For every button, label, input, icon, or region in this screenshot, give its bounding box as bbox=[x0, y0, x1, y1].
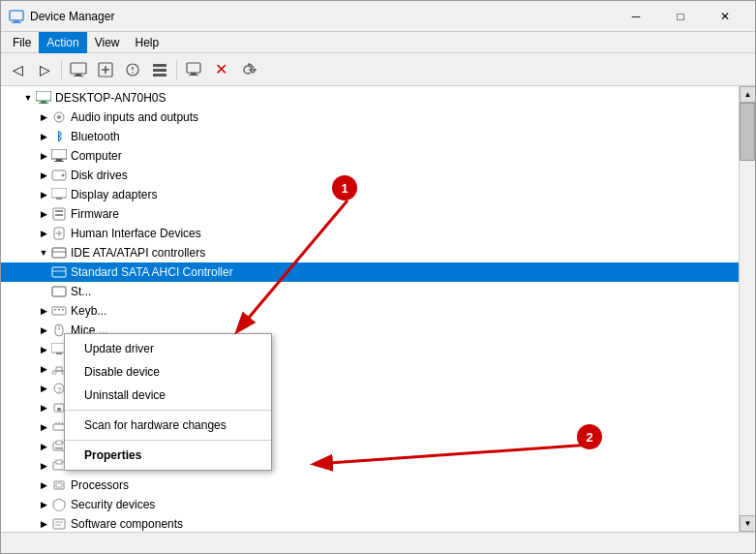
scroll-thumb[interactable] bbox=[740, 103, 755, 161]
tree-root[interactable]: ▼ DESKTOP-AN70H0S bbox=[1, 88, 739, 108]
svg-rect-25 bbox=[54, 161, 64, 162]
tree-item-st[interactable]: St... bbox=[1, 282, 739, 301]
scroll-down-button[interactable]: ▼ bbox=[740, 515, 755, 532]
svg-rect-0 bbox=[10, 11, 23, 20]
tree-swcomp-label: Software components bbox=[71, 517, 183, 531]
svg-rect-44 bbox=[62, 309, 64, 311]
expand-bluetooth[interactable]: ▶ bbox=[36, 129, 51, 144]
toolbar-back[interactable]: ◁ bbox=[5, 57, 30, 82]
tree-item-display[interactable]: ▶ Display adapters bbox=[1, 185, 739, 204]
tree-item-swcomp[interactable]: ▶ Software components bbox=[1, 514, 739, 532]
expand-computer[interactable]: ▶ bbox=[36, 148, 51, 164]
expand-audio[interactable]: ▶ bbox=[36, 109, 51, 125]
window-title: Device Manager bbox=[30, 10, 114, 23]
scrollbar-vertical[interactable]: ▲ ▼ bbox=[739, 86, 755, 532]
context-menu-sep-1 bbox=[65, 410, 271, 411]
tree-ide-label: IDE ATA/ATAPI controllers bbox=[71, 246, 205, 260]
svg-rect-28 bbox=[51, 188, 67, 198]
svg-rect-2 bbox=[12, 22, 21, 23]
svg-rect-18 bbox=[36, 91, 51, 101]
expand-keyboard[interactable]: ▶ bbox=[36, 303, 51, 319]
svg-rect-20 bbox=[39, 103, 48, 104]
expand-monitors[interactable]: ▶ bbox=[36, 342, 51, 357]
context-menu-disable-device[interactable]: Disable device bbox=[65, 360, 271, 384]
computer-icon2 bbox=[51, 148, 67, 164]
svg-rect-29 bbox=[56, 198, 62, 200]
svg-rect-24 bbox=[56, 159, 62, 161]
context-menu-uninstall-device[interactable]: Uninstall device bbox=[65, 384, 271, 407]
expand-processors[interactable]: ▶ bbox=[36, 477, 51, 493]
disk-icon bbox=[51, 168, 67, 183]
tree-item-ide[interactable]: ▼ IDE ATA/ATAPI controllers bbox=[1, 243, 739, 262]
tree-audio-label: Audio inputs and outputs bbox=[71, 110, 198, 124]
scroll-up-button[interactable]: ▲ bbox=[740, 86, 755, 103]
toolbar-forward[interactable]: ▷ bbox=[32, 57, 57, 82]
expand-network[interactable]: ▶ bbox=[36, 361, 51, 377]
expand-printq[interactable]: ▶ bbox=[36, 439, 51, 454]
hid-icon bbox=[51, 226, 67, 241]
svg-rect-4 bbox=[76, 74, 81, 76]
expand-security[interactable]: ▶ bbox=[36, 497, 51, 512]
tree-item-bluetooth[interactable]: ▶ ᛒ Bluetooth bbox=[1, 127, 739, 146]
tree-item-audio[interactable]: ▶ Audio inputs and outputs bbox=[1, 108, 739, 127]
expand-root[interactable]: ▼ bbox=[20, 90, 36, 106]
expand-ports[interactable]: ▶ bbox=[36, 419, 51, 435]
toolbar-monitor-btn[interactable] bbox=[181, 57, 206, 82]
toolbar-refresh-btn[interactable] bbox=[235, 57, 260, 82]
expand-disk[interactable]: ▶ bbox=[36, 168, 51, 183]
tree-item-keyboard[interactable]: ▶ Keyb... bbox=[1, 301, 739, 321]
svg-rect-41 bbox=[52, 307, 66, 315]
toolbar: ◁ ▷ ✕ bbox=[1, 53, 755, 86]
context-menu-properties[interactable]: Properties bbox=[65, 444, 271, 467]
menu-action[interactable]: Action bbox=[39, 32, 86, 53]
keyboard-icon bbox=[51, 303, 67, 319]
expand-hid[interactable]: ▶ bbox=[36, 226, 51, 241]
tree-item-disk[interactable]: ▶ Disk drives bbox=[1, 166, 739, 185]
st-icon bbox=[51, 284, 67, 299]
tree-item-firmware[interactable]: ▶ Firmware bbox=[1, 204, 739, 224]
toolbar-btn-1[interactable] bbox=[66, 57, 91, 82]
tree-item-processors[interactable]: ▶ Processors bbox=[1, 476, 739, 495]
svg-rect-12 bbox=[153, 64, 166, 67]
tree-item-sata[interactable]: Standard SATA AHCI Controller bbox=[1, 262, 739, 282]
toolbar-btn-3[interactable] bbox=[120, 57, 145, 82]
expand-ide[interactable]: ▼ bbox=[36, 245, 51, 261]
expand-firmware[interactable]: ▶ bbox=[36, 206, 51, 222]
toolbar-btn-2[interactable] bbox=[93, 57, 118, 82]
tree-sata-label: Standard SATA AHCI Controller bbox=[71, 265, 233, 279]
tree-disk-label: Disk drives bbox=[71, 169, 128, 182]
context-menu-scan-hardware[interactable]: Scan for hardware changes bbox=[65, 414, 271, 437]
expand-display[interactable]: ▶ bbox=[36, 187, 51, 202]
tree-keyboard-label: Keyb... bbox=[71, 304, 106, 318]
expand-mice[interactable]: ▶ bbox=[36, 323, 51, 338]
tree-item-hid[interactable]: ▶ Human Interface Devices bbox=[1, 224, 739, 243]
scroll-track[interactable] bbox=[740, 103, 755, 515]
expand-other[interactable]: ▶ bbox=[36, 381, 51, 396]
menu-view[interactable]: View bbox=[87, 32, 128, 53]
toolbar-delete-btn[interactable]: ✕ bbox=[208, 57, 233, 82]
svg-rect-15 bbox=[187, 63, 200, 73]
minimize-button[interactable]: ─ bbox=[614, 1, 658, 32]
toolbar-btn-4[interactable] bbox=[147, 57, 172, 82]
svg-rect-31 bbox=[55, 210, 63, 212]
svg-rect-66 bbox=[56, 460, 62, 464]
expand-swcomp[interactable]: ▶ bbox=[36, 516, 51, 532]
computer-icon bbox=[36, 90, 51, 106]
menu-help[interactable]: Help bbox=[128, 32, 167, 53]
maximize-button[interactable]: □ bbox=[658, 1, 703, 32]
svg-rect-13 bbox=[153, 69, 166, 72]
tree-item-computer[interactable]: ▶ Computer bbox=[1, 146, 739, 166]
menu-file[interactable]: File bbox=[5, 32, 39, 53]
svg-rect-57 bbox=[57, 408, 61, 411]
ide-icon bbox=[51, 245, 67, 261]
close-button[interactable]: ✕ bbox=[703, 1, 747, 32]
expand-printers[interactable]: ▶ bbox=[36, 458, 51, 474]
context-menu-update-driver[interactable]: Update driver bbox=[65, 337, 271, 360]
svg-rect-64 bbox=[55, 447, 63, 449]
tree-item-security[interactable]: ▶ Security devices bbox=[1, 495, 739, 514]
security-icon bbox=[51, 497, 67, 512]
svg-rect-19 bbox=[41, 101, 46, 103]
svg-rect-1 bbox=[14, 20, 19, 22]
expand-porta[interactable]: ▶ bbox=[36, 400, 51, 416]
svg-rect-3 bbox=[71, 63, 86, 74]
